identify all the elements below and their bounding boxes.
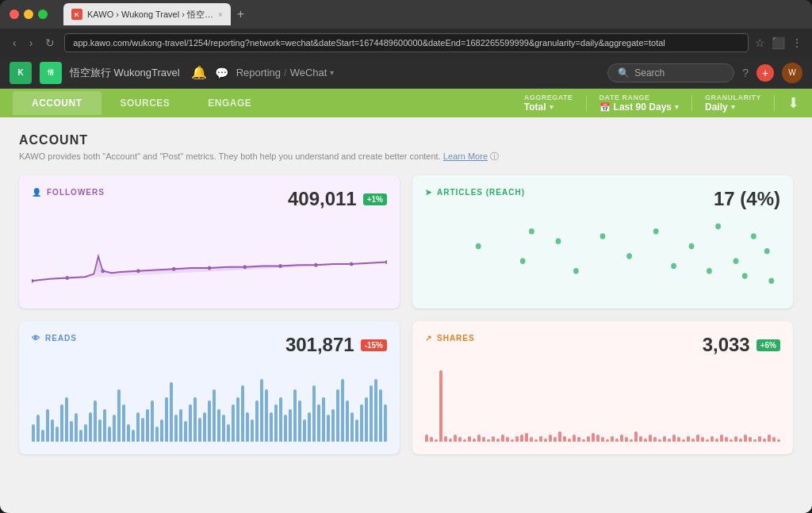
shares-bar (463, 439, 466, 442)
shares-bar (639, 436, 642, 442)
shares-bar (568, 438, 571, 442)
brand-avatar: 悟 (40, 62, 62, 84)
reads-bar (289, 409, 292, 442)
shares-bar (573, 435, 576, 442)
add-button[interactable]: + (756, 64, 774, 82)
svg-point-21 (733, 258, 739, 265)
tab-close-icon[interactable]: × (218, 10, 223, 19)
reads-bar (32, 424, 35, 442)
shares-bar (558, 431, 561, 442)
svg-point-8 (314, 263, 317, 267)
reads-bar (184, 421, 187, 442)
help-icon[interactable]: ? (742, 67, 749, 79)
aggregate-control[interactable]: AGGREGATE Total ▾ (524, 94, 573, 113)
menu-icon[interactable]: ⋮ (791, 36, 802, 49)
followers-icon: 👤 (32, 188, 42, 197)
reads-bar (274, 404, 278, 442)
shares-bar (439, 370, 442, 442)
back-button[interactable]: ‹ (10, 35, 20, 51)
shares-bar (549, 435, 552, 442)
shares-bar (744, 435, 747, 442)
shares-bar (435, 439, 438, 442)
shares-bar (649, 435, 652, 442)
shares-bar (496, 438, 500, 442)
brand-name: 悟空旅行 WukongTravel (70, 66, 180, 80)
reads-bar (213, 389, 216, 442)
reads-bar (303, 419, 306, 442)
svg-point-15 (600, 233, 606, 239)
search-bar[interactable]: 🔍 Search (607, 63, 734, 82)
tab-sources[interactable]: Sources (102, 91, 190, 115)
reads-bar (155, 427, 159, 442)
bookmark-icon[interactable]: ☆ (755, 36, 765, 49)
shares-card: ↗ SHARES 3,033 +6% (412, 321, 793, 454)
reads-bar (222, 415, 225, 442)
shares-bar (658, 439, 661, 442)
reads-bar (270, 412, 273, 442)
svg-point-0 (32, 279, 33, 283)
minimize-button[interactable] (24, 10, 33, 19)
tab-account[interactable]: Account (13, 91, 102, 115)
reads-bar (251, 419, 254, 442)
reads-bar (141, 418, 144, 442)
page-title: ACCOUNT (19, 133, 793, 147)
granularity-dropdown-icon[interactable]: ▾ (731, 103, 735, 111)
shares-icon: ↗ (425, 334, 432, 343)
maximize-button[interactable] (38, 10, 48, 19)
info-icon: ⓘ (490, 151, 499, 161)
shares-bar (663, 436, 666, 442)
granularity-control[interactable]: GRANULARITY Daily ▾ (705, 94, 761, 113)
avatar[interactable]: W (782, 63, 802, 83)
app-logo: K (10, 62, 32, 84)
reads-bar (312, 385, 316, 442)
reads-bar (384, 404, 387, 442)
browser-tab-active[interactable]: K KAWO › Wukong Travel › 悟空… × (63, 3, 231, 25)
notification-bell-icon[interactable]: 🔔 (191, 65, 207, 80)
shares-bar (530, 437, 533, 442)
reads-bar (360, 404, 363, 442)
shares-label: ↗ SHARES (425, 334, 475, 343)
close-button[interactable] (10, 10, 19, 19)
reads-bar (70, 421, 73, 442)
reads-bar (94, 400, 97, 442)
reads-bar (41, 430, 44, 442)
date-range-control[interactable]: DATE RANGE 📅 Last 90 Days ▾ (599, 94, 679, 113)
svg-point-26 (707, 268, 712, 274)
breadcrumb: Reporting / WeChat ▾ (236, 67, 335, 78)
reads-bar (241, 385, 244, 442)
reads-label: 👁 READS (32, 334, 77, 343)
shares-bar (596, 435, 599, 442)
forward-button[interactable]: › (26, 35, 36, 51)
svg-point-7 (278, 264, 282, 268)
reads-bar (151, 400, 154, 442)
extensions-icon[interactable]: ⬛ (772, 36, 785, 49)
tab-engage[interactable]: Engage (189, 91, 270, 115)
reads-bar (232, 404, 235, 442)
learn-more-link[interactable]: Learn More (443, 151, 488, 161)
url-bar[interactable]: app.kawo.com/wukong-travel/1254/reportin… (64, 33, 749, 52)
shares-bar (701, 437, 704, 442)
reads-bar (279, 397, 282, 442)
reads-bar (132, 430, 135, 442)
reads-bar (84, 424, 87, 442)
main-content: ACCOUNT KAWO provides both "Account" and… (0, 117, 812, 513)
reads-badge: -15% (361, 339, 387, 351)
shares-bar (753, 439, 756, 442)
shares-bar (587, 436, 590, 442)
date-range-dropdown-icon[interactable]: ▾ (675, 103, 679, 111)
app-nav-icons: ? + W (742, 63, 802, 83)
aggregate-dropdown-icon[interactable]: ▾ (550, 103, 553, 111)
breadcrumb-dropdown-icon[interactable]: ▾ (330, 68, 334, 77)
reads-bar (174, 415, 178, 442)
shares-bar (458, 437, 462, 442)
reads-bar (341, 379, 344, 442)
refresh-button[interactable]: ↻ (42, 35, 58, 51)
shares-bar (696, 435, 699, 442)
reads-bar (75, 413, 78, 442)
download-button[interactable]: ⬇ (787, 94, 799, 112)
svg-point-11 (476, 243, 481, 250)
page-subtitle: KAWO provides both "Account" and "Post" … (19, 151, 793, 163)
shares-bar (511, 439, 514, 442)
new-tab-button[interactable]: + (237, 7, 244, 21)
shares-bar (492, 436, 495, 442)
